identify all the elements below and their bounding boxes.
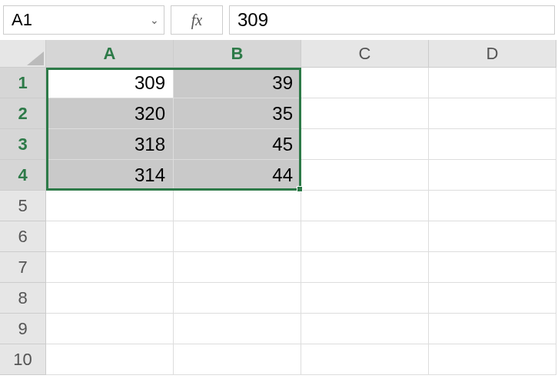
- cell-D8[interactable]: [429, 283, 556, 314]
- col-header-B[interactable]: B: [174, 40, 301, 68]
- cell-B1[interactable]: 39: [174, 68, 301, 98]
- cell-A9[interactable]: [46, 314, 174, 344]
- cell-B7[interactable]: [174, 252, 301, 283]
- cell-B9[interactable]: [174, 314, 301, 344]
- formula-value: 309: [237, 9, 268, 31]
- cell-A6[interactable]: [46, 221, 174, 252]
- select-all-corner[interactable]: [0, 40, 46, 68]
- row-header-4[interactable]: 4: [0, 160, 46, 191]
- cell-C4[interactable]: [301, 160, 429, 191]
- spreadsheet-grid[interactable]: ABCD1309392320353318454314445678910: [0, 40, 558, 375]
- cell-C10[interactable]: [301, 344, 429, 375]
- cell-D10[interactable]: [429, 344, 556, 375]
- cell-B6[interactable]: [174, 221, 301, 252]
- cell-D3[interactable]: [429, 129, 556, 160]
- cell-C7[interactable]: [301, 252, 429, 283]
- row-header-10[interactable]: 10: [0, 344, 46, 375]
- cell-A1[interactable]: 309: [46, 68, 174, 98]
- col-header-D[interactable]: D: [429, 40, 556, 68]
- cell-C6[interactable]: [301, 221, 429, 252]
- cell-C1[interactable]: [301, 68, 429, 98]
- cell-D2[interactable]: [429, 98, 556, 129]
- row-header-6[interactable]: 6: [0, 221, 46, 252]
- cell-A7[interactable]: [46, 252, 174, 283]
- cell-A5[interactable]: [46, 191, 174, 221]
- col-header-C[interactable]: C: [301, 40, 429, 68]
- cell-A2[interactable]: 320: [46, 98, 174, 129]
- cell-C5[interactable]: [301, 191, 429, 221]
- cell-A4[interactable]: 314: [46, 160, 174, 191]
- row-header-7[interactable]: 7: [0, 252, 46, 283]
- cell-D6[interactable]: [429, 221, 556, 252]
- row-header-9[interactable]: 9: [0, 314, 46, 344]
- name-box-value: A1: [12, 10, 32, 30]
- cell-A8[interactable]: [46, 283, 174, 314]
- cell-C9[interactable]: [301, 314, 429, 344]
- cell-B8[interactable]: [174, 283, 301, 314]
- cell-D9[interactable]: [429, 314, 556, 344]
- row-header-5[interactable]: 5: [0, 191, 46, 221]
- cell-B5[interactable]: [174, 191, 301, 221]
- col-header-A[interactable]: A: [46, 40, 174, 68]
- formula-bar-row: A1 ⌄ fx 309: [0, 0, 558, 40]
- cell-D1[interactable]: [429, 68, 556, 98]
- row-header-2[interactable]: 2: [0, 98, 46, 129]
- row-header-8[interactable]: 8: [0, 283, 46, 314]
- row-header-1[interactable]: 1: [0, 68, 46, 98]
- cell-D5[interactable]: [429, 191, 556, 221]
- cell-B3[interactable]: 45: [174, 129, 301, 160]
- fx-label[interactable]: fx: [171, 5, 223, 35]
- cell-C2[interactable]: [301, 98, 429, 129]
- cell-B10[interactable]: [174, 344, 301, 375]
- chevron-down-icon[interactable]: ⌄: [150, 14, 159, 26]
- cell-D4[interactable]: [429, 160, 556, 191]
- cell-A10[interactable]: [46, 344, 174, 375]
- cell-A3[interactable]: 318: [46, 129, 174, 160]
- cell-B4[interactable]: 44: [174, 160, 301, 191]
- name-box[interactable]: A1 ⌄: [3, 5, 164, 35]
- cell-C8[interactable]: [301, 283, 429, 314]
- cell-B2[interactable]: 35: [174, 98, 301, 129]
- cell-C3[interactable]: [301, 129, 429, 160]
- formula-input[interactable]: 309: [229, 5, 555, 35]
- cell-D7[interactable]: [429, 252, 556, 283]
- row-header-3[interactable]: 3: [0, 129, 46, 160]
